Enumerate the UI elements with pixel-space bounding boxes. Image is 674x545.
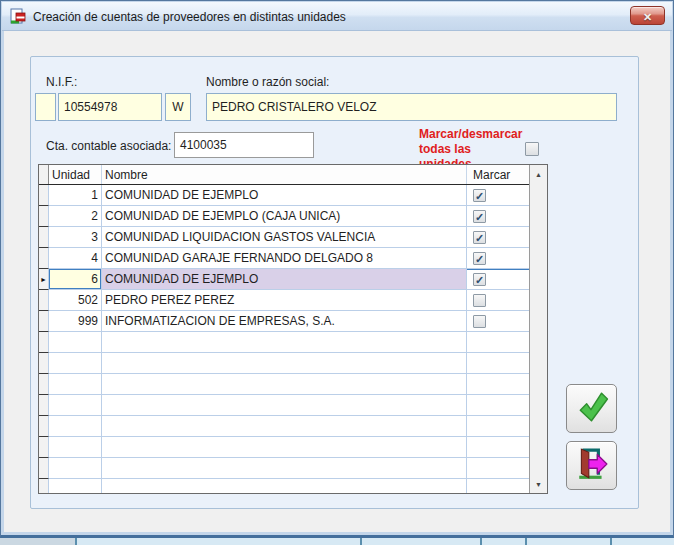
row-indicator-cell: [39, 416, 49, 437]
close-icon: ✕: [643, 11, 652, 23]
nif-number-field[interactable]: 10554978: [58, 93, 162, 121]
row-indicator-cell: [39, 185, 49, 206]
table-row[interactable]: 2COMUNIDAD DE EJEMPLO (CAJA UNICA)✓: [39, 206, 547, 227]
unidad-cell: [49, 458, 102, 479]
empty-row: [39, 353, 547, 374]
row-indicator-cell: [39, 437, 49, 458]
row-indicator-cell: ►: [39, 269, 49, 290]
marcar-cell[interactable]: [467, 290, 529, 311]
exit-button[interactable]: [566, 441, 617, 490]
title-bar[interactable]: Creación de cuentas de proveedores en di…: [2, 2, 672, 31]
name-field[interactable]: PEDRO CRISTALERO VELOZ: [206, 93, 617, 121]
marcar-cell: [467, 458, 529, 479]
column-header-unidad: Unidad: [49, 165, 102, 184]
table-row[interactable]: ►6COMUNIDAD DE EJEMPLO✓: [39, 269, 547, 290]
exit-door-icon: [575, 447, 609, 484]
empty-row: [39, 479, 547, 494]
marcar-checkbox[interactable]: ✓: [473, 231, 486, 244]
column-header-nombre: Nombre: [102, 165, 467, 184]
nif-label: N.I.F.:: [46, 75, 77, 89]
name-label: Nombre o razón social:: [206, 75, 329, 89]
row-indicator-cell: [39, 248, 49, 269]
unidad-cell: [49, 353, 102, 374]
table-row[interactable]: 4COMUNIDAD GARAJE FERNANDO DELGADO 8✓: [39, 248, 547, 269]
row-indicator-cell: [39, 311, 49, 332]
unidad-cell: [49, 332, 102, 353]
column-header-marcar: Marcar: [467, 165, 529, 184]
marcar-cell[interactable]: ✓: [467, 248, 529, 269]
marcar-checkbox[interactable]: ✓: [473, 189, 486, 202]
marcar-cell[interactable]: ✓: [467, 269, 529, 290]
empty-row: [39, 332, 547, 353]
marcar-checkbox[interactable]: [473, 315, 486, 328]
units-grid: Unidad Nombre Marcar 1COMUNIDAD DE EJEMP…: [38, 164, 548, 494]
marcar-checkbox[interactable]: ✓: [473, 273, 486, 286]
unidad-cell: [49, 374, 102, 395]
nombre-cell[interactable]: COMUNIDAD DE EJEMPLO (CAJA UNICA): [102, 206, 467, 227]
indicator-header-cell: [39, 165, 49, 184]
scroll-up-icon[interactable]: ▲: [531, 166, 546, 182]
marcar-cell[interactable]: ✓: [467, 206, 529, 227]
vertical-scrollbar[interactable]: ▲ ▼: [529, 165, 547, 493]
marcar-cell: [467, 437, 529, 458]
toggle-all-checkbox[interactable]: [525, 142, 539, 156]
window-title: Creación de cuentas de proveedores en di…: [33, 10, 346, 24]
row-indicator-cell: [39, 227, 49, 248]
checkmark-icon: [575, 390, 609, 427]
nombre-cell[interactable]: COMUNIDAD DE EJEMPLO: [102, 269, 467, 290]
row-indicator-cell: [39, 374, 49, 395]
table-row[interactable]: 999INFORMATIZACION DE EMPRESAS, S.A.: [39, 311, 547, 332]
accept-button[interactable]: [566, 384, 617, 433]
row-indicator-cell: [39, 290, 49, 311]
table-row[interactable]: 1COMUNIDAD DE EJEMPLO✓: [39, 185, 547, 206]
nif-prefix-field[interactable]: [35, 93, 56, 121]
table-row[interactable]: 3COMUNIDAD LIQUIDACION GASTOS VALENCIA✓: [39, 227, 547, 248]
empty-row: [39, 437, 547, 458]
unidad-cell: [49, 437, 102, 458]
marcar-cell: [467, 479, 529, 494]
empty-row: [39, 395, 547, 416]
nombre-cell: [102, 458, 467, 479]
nombre-cell: [102, 332, 467, 353]
unidad-cell[interactable]: 4: [49, 248, 102, 269]
marcar-cell: [467, 416, 529, 437]
row-indicator-cell: [39, 206, 49, 227]
account-field[interactable]: 4100035: [174, 132, 314, 158]
nif-letter-field[interactable]: W: [165, 93, 191, 121]
unidad-cell[interactable]: 6: [49, 269, 102, 290]
nombre-cell[interactable]: INFORMATIZACION DE EMPRESAS, S.A.: [102, 311, 467, 332]
nombre-cell[interactable]: COMUNIDAD GARAJE FERNANDO DELGADO 8: [102, 248, 467, 269]
form-panel: N.I.F.: 10554978 W Nombre o razón social…: [30, 56, 639, 509]
row-indicator-cell: [39, 395, 49, 416]
marcar-cell[interactable]: ✓: [467, 227, 529, 248]
unidad-cell[interactable]: 999: [49, 311, 102, 332]
row-indicator-cell: [39, 353, 49, 374]
nombre-cell[interactable]: COMUNIDAD LIQUIDACION GASTOS VALENCIA: [102, 227, 467, 248]
unidad-cell[interactable]: 1: [49, 185, 102, 206]
empty-row: [39, 416, 547, 437]
nombre-cell: [102, 374, 467, 395]
unidad-cell[interactable]: 3: [49, 227, 102, 248]
empty-row: [39, 458, 547, 479]
marcar-cell: [467, 395, 529, 416]
close-button[interactable]: ✕: [630, 6, 665, 25]
grid-body: 1COMUNIDAD DE EJEMPLO✓2COMUNIDAD DE EJEM…: [39, 185, 547, 494]
unidad-cell: [49, 479, 102, 494]
unidad-cell[interactable]: 2: [49, 206, 102, 227]
row-indicator-cell: [39, 332, 49, 353]
marcar-checkbox[interactable]: [473, 294, 486, 307]
table-row[interactable]: 502PEDRO PEREZ PEREZ: [39, 290, 547, 311]
scroll-down-icon[interactable]: ▼: [531, 476, 546, 492]
marcar-cell[interactable]: [467, 311, 529, 332]
marcar-checkbox[interactable]: ✓: [473, 252, 486, 265]
marcar-checkbox[interactable]: ✓: [473, 210, 486, 223]
nombre-cell[interactable]: COMUNIDAD DE EJEMPLO: [102, 185, 467, 206]
marcar-cell[interactable]: ✓: [467, 185, 529, 206]
unidad-cell: [49, 416, 102, 437]
unidad-cell[interactable]: 502: [49, 290, 102, 311]
marcar-cell: [467, 374, 529, 395]
nombre-cell[interactable]: PEDRO PEREZ PEREZ: [102, 290, 467, 311]
marcar-cell: [467, 353, 529, 374]
dialog-window: Creación de cuentas de proveedores en di…: [0, 0, 674, 538]
dialog-client: N.I.F.: 10554978 W Nombre o razón social…: [4, 31, 670, 532]
